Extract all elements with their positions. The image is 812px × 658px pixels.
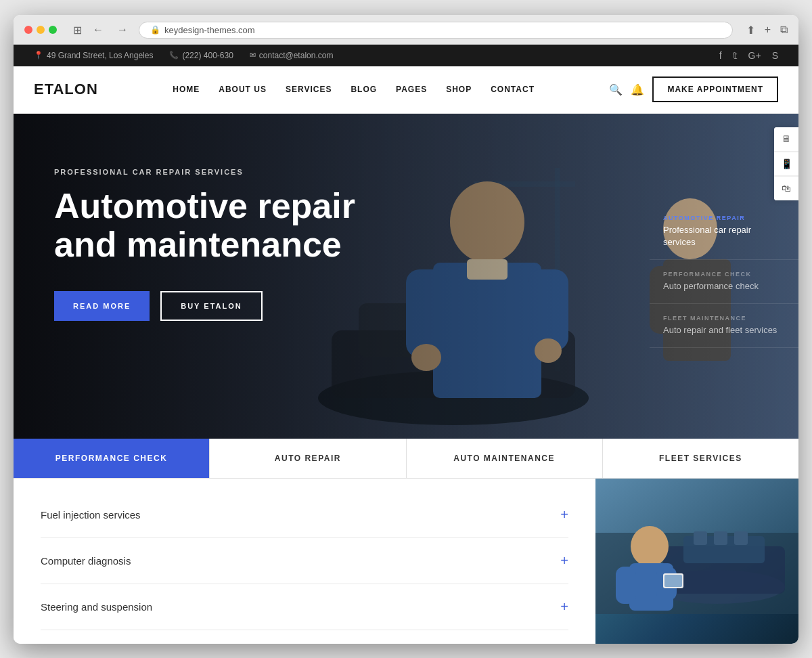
hero-section: PROFESSIONAL CAR REPAIR SERVICES Automot… <box>14 114 798 439</box>
svg-rect-23 <box>694 531 707 545</box>
share-icon[interactable]: ⬆ <box>746 24 755 37</box>
appointment-button[interactable]: MAKE APPOINTMENT <box>652 76 778 102</box>
nav-blog[interactable]: BLOG <box>351 85 377 94</box>
slide-label-2: PERFORMANCE CHECK <box>663 271 785 278</box>
location-icon: 📍 <box>34 51 43 60</box>
shopping-icon[interactable]: 🛍 <box>774 176 798 200</box>
device-sidebar: 🖥 📱 🛍 <box>774 127 798 200</box>
accordion-label-2: Computer diagnosis <box>41 555 131 567</box>
svg-rect-31 <box>664 575 682 587</box>
logo[interactable]: ETALON <box>34 81 98 98</box>
accordion-item-3[interactable]: Steering and suspension + <box>41 584 568 630</box>
browser-dots <box>24 26 57 34</box>
mobile-icon[interactable]: 📱 <box>774 152 798 176</box>
dot-minimize[interactable] <box>37 26 45 34</box>
svg-rect-24 <box>714 531 727 545</box>
slide-title-1: Professional car repair services <box>663 224 785 248</box>
phone-item: 📞 (222) 400-630 <box>169 51 233 60</box>
social-icons: f 𝕥 G+ S <box>719 50 778 61</box>
buy-button[interactable]: BUY ETALON <box>160 291 263 321</box>
browser-window: ⊞ ← → 🔒 keydesign-themes.com ⬆ + ⧉ 📍 49 … <box>14 15 798 644</box>
slide-title-3: Auto repair and fleet services <box>663 324 785 336</box>
nav-links: HOME ABOUT US SERVICES BLOG PAGES SHOP C… <box>173 85 535 94</box>
website: 📍 49 Grand Street, Los Angeles 📞 (222) 4… <box>14 45 798 644</box>
accordion-label-3: Steering and suspension <box>41 601 152 613</box>
hero-subtitle: PROFESSIONAL CAR REPAIR SERVICES <box>54 168 379 176</box>
tab-grid-icon: ⊞ <box>73 24 82 37</box>
slide-item-2[interactable]: PERFORMANCE CHECK Auto performance check <box>650 260 798 304</box>
accordion-plus-3[interactable]: + <box>560 599 568 615</box>
url-text: keydesign-themes.com <box>164 25 255 35</box>
email-item: ✉ contact@etalon.com <box>250 51 334 60</box>
dot-maximize[interactable] <box>49 26 57 34</box>
svg-rect-28 <box>616 567 636 604</box>
facebook-icon[interactable]: f <box>719 50 722 61</box>
nav-icons: 🔍 🔔 MAKE APPOINTMENT <box>609 76 778 102</box>
top-bar-left: 📍 49 Grand Street, Los Angeles 📞 (222) 4… <box>34 51 333 60</box>
googleplus-icon[interactable]: G+ <box>748 50 761 61</box>
browser-chrome: ⊞ ← → 🔒 keydesign-themes.com ⬆ + ⧉ <box>14 15 798 45</box>
tab-fleet[interactable]: FLEET SERVICES <box>603 439 798 478</box>
accordion-section: Fuel injection services + Computer diagn… <box>14 479 595 644</box>
email-icon: ✉ <box>250 51 256 60</box>
forward-button[interactable]: → <box>114 22 131 37</box>
readmore-button[interactable]: READ MORE <box>54 291 150 321</box>
address-bar[interactable]: 🔒 keydesign-themes.com <box>139 22 733 39</box>
dot-close[interactable] <box>24 26 32 34</box>
hero-content: PROFESSIONAL CAR REPAIR SERVICES Automot… <box>14 114 420 375</box>
navbar: ETALON HOME ABOUT US SERVICES BLOG PAGES… <box>14 66 798 114</box>
phone-icon: 📞 <box>169 51 179 60</box>
svg-point-26 <box>631 526 669 567</box>
email-text: contact@etalon.com <box>259 51 334 60</box>
tab-performance[interactable]: PERFORMANCE CHECK <box>14 439 210 478</box>
nav-pages[interactable]: PAGES <box>396 85 427 94</box>
accordion-plus-2[interactable]: + <box>560 553 568 569</box>
desktop-icon[interactable]: 🖥 <box>774 127 798 152</box>
tab-repair[interactable]: AUTO REPAIR <box>210 439 406 478</box>
duplicate-icon[interactable]: ⧉ <box>780 24 788 37</box>
nav-home[interactable]: HOME <box>173 85 200 94</box>
address-text: 49 Grand Street, Los Angeles <box>47 51 153 60</box>
hero-buttons: READ MORE BUY ETALON <box>54 291 379 321</box>
browser-nav: ⊞ <box>70 24 82 37</box>
lock-icon: 🔒 <box>150 25 160 35</box>
tab-maintenance[interactable]: AUTO MAINTENANCE <box>407 439 603 478</box>
accordion-item-1[interactable]: Fuel injection services + <box>41 492 568 538</box>
back-button[interactable]: ← <box>90 22 106 37</box>
slide-label-1: AUTOMOTIVE REPAIR <box>663 215 785 221</box>
hero-title: Automotive repairand maintenance <box>54 187 379 264</box>
tab-bar: PERFORMANCE CHECK AUTO REPAIR AUTO MAINT… <box>14 439 798 479</box>
content-section: Fuel injection services + Computer diagn… <box>14 479 798 644</box>
slide-item-3[interactable]: FLEET MAINTENANCE Auto repair and fleet … <box>650 304 798 348</box>
service-image-svg <box>595 479 798 614</box>
search-button[interactable]: 🔍 <box>609 83 623 96</box>
nav-shop[interactable]: SHOP <box>446 85 472 94</box>
accordion-item-2[interactable]: Computer diagnosis + <box>41 538 568 584</box>
nav-services[interactable]: SERVICES <box>286 85 332 94</box>
service-image <box>595 479 798 644</box>
accordion-label-1: Fuel injection services <box>41 509 141 521</box>
address-item: 📍 49 Grand Street, Los Angeles <box>34 51 153 60</box>
slide-title-2: Auto performance check <box>663 280 785 292</box>
nav-contact[interactable]: CONTACT <box>491 85 535 94</box>
skype-icon[interactable]: S <box>772 50 778 61</box>
new-tab-icon[interactable]: + <box>765 24 771 37</box>
browser-actions: ⬆ + ⧉ <box>746 24 788 37</box>
slide-label-3: FLEET MAINTENANCE <box>663 315 785 322</box>
slide-item-1[interactable]: AUTOMOTIVE REPAIR Professional car repai… <box>650 204 798 260</box>
accordion-plus-1[interactable]: + <box>560 507 568 523</box>
cart-button[interactable]: 🔔 <box>631 83 644 96</box>
phone-text: (222) 400-630 <box>182 51 233 60</box>
twitter-icon[interactable]: 𝕥 <box>733 50 738 61</box>
svg-rect-25 <box>734 531 748 545</box>
nav-about[interactable]: ABOUT US <box>219 85 267 94</box>
top-bar: 📍 49 Grand Street, Los Angeles 📞 (222) 4… <box>14 45 798 66</box>
